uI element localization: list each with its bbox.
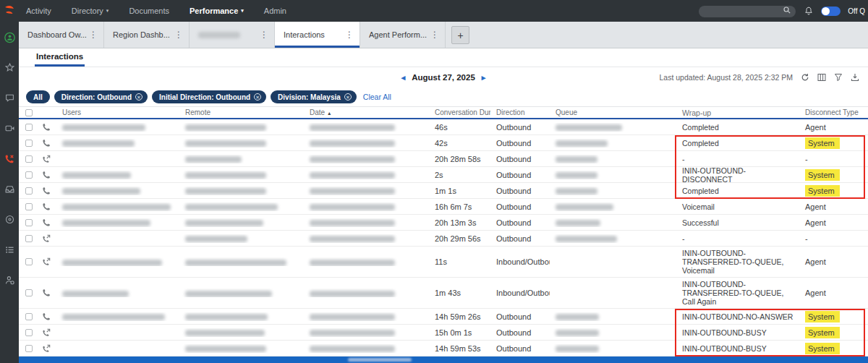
user-avatar[interactable] <box>4 32 15 43</box>
date-cell <box>304 202 429 211</box>
redacted-text <box>556 330 599 336</box>
subtab-interactions[interactable]: Interactions <box>35 52 85 67</box>
person-settings-icon[interactable] <box>4 275 15 286</box>
global-search <box>699 4 796 18</box>
row-checkbox[interactable] <box>19 219 39 226</box>
col-duration[interactable]: Conversation Dur... <box>429 108 490 116</box>
table-row[interactable]: 14h 59m 53sOutboundININ-OUTBOUND-BUSYSys… <box>19 341 868 356</box>
table-row[interactable]: 42sOutboundCompletedSystem <box>19 135 868 151</box>
remote-cell <box>179 139 304 148</box>
queue-cell <box>550 312 676 321</box>
kebab-menu-icon[interactable]: ⋮ <box>258 30 270 40</box>
video-icon[interactable] <box>4 123 15 134</box>
duration-cell: 46s <box>429 123 490 132</box>
row-checkbox[interactable] <box>19 124 39 131</box>
row-checkbox[interactable] <box>19 171 39 179</box>
row-checkbox[interactable] <box>19 155 39 163</box>
table-row[interactable]: 14h 59m 26sOutboundININ-OUTBOUND-NO-ANSW… <box>19 309 868 325</box>
tab-redacted[interactable]: ⋮ <box>190 22 275 48</box>
col-queue[interactable]: Queue <box>550 108 676 116</box>
row-checkbox[interactable] <box>19 187 39 195</box>
row-checkbox[interactable] <box>19 313 39 320</box>
duration-cell: 14h 59m 26s <box>429 312 490 321</box>
table-row[interactable]: 46sOutboundCompletedAgent <box>19 119 868 135</box>
prev-day-button[interactable]: ◂ <box>401 73 406 82</box>
table-row[interactable]: 15h 0m 1sOutboundININ-OUTBOUND-BUSYSyste… <box>19 325 868 341</box>
col-users[interactable]: Users <box>56 108 179 116</box>
duration-cell: 20h 13m 3s <box>429 218 490 227</box>
filter-chip-bar: All Direction: Outbound✕ Initial Directi… <box>19 87 868 106</box>
col-date[interactable]: Date▴ <box>304 108 429 116</box>
remove-filter-icon[interactable]: ✕ <box>254 93 261 101</box>
list-icon[interactable] <box>4 244 15 255</box>
col-remote[interactable]: Remote <box>179 108 304 116</box>
row-checkbox[interactable] <box>19 345 39 352</box>
wrapup-cell: ININ-OUTBOUND-BUSY <box>676 328 799 337</box>
table-row[interactable]: 1m 43sInbound/OutboundININ-OUTBOUND-TRAN… <box>19 278 868 309</box>
queue-status-toggle[interactable] <box>821 7 841 16</box>
filter-chip-direction[interactable]: Direction: Outbound✕ <box>54 90 148 103</box>
row-checkbox[interactable] <box>19 289 39 296</box>
clear-all-filters-link[interactable]: Clear All <box>363 93 391 101</box>
next-day-button[interactable]: ▸ <box>482 73 486 82</box>
tab-dashboard-ow[interactable]: Dashboard Ow... ⋮ <box>19 22 104 48</box>
favorites-star-icon[interactable] <box>4 62 15 73</box>
remove-filter-icon[interactable]: ✕ <box>344 93 352 101</box>
kebab-menu-icon[interactable]: ⋮ <box>429 30 441 40</box>
kebab-menu-icon[interactable]: ⋮ <box>344 30 355 40</box>
row-checkbox[interactable] <box>19 203 39 210</box>
date-cell <box>304 312 429 321</box>
menu-admin[interactable]: Admin <box>264 7 286 15</box>
add-tab-button[interactable]: + <box>451 26 469 44</box>
remote-cell <box>179 187 304 195</box>
menu-performance[interactable]: Performance▾ <box>190 7 244 15</box>
redacted-text <box>185 330 265 336</box>
table-row[interactable]: 1m 1sOutboundCompletedSystem <box>19 183 868 199</box>
col-disconnect[interactable]: Disconnect Type <box>799 108 868 116</box>
col-wrapup[interactable]: Wrap-up <box>676 108 799 117</box>
users-cell <box>56 257 179 266</box>
table-row[interactable]: 11sInbound/OutboundININ-OUTBOUND-TRANSFE… <box>19 247 868 278</box>
row-checkbox[interactable] <box>19 140 39 147</box>
bottom-scrollbar[interactable] <box>19 356 868 363</box>
current-date-label[interactable]: August 27, 2025 <box>412 73 475 82</box>
global-search-input[interactable] <box>699 6 796 17</box>
filter-funnel-icon[interactable] <box>834 73 843 82</box>
remove-filter-icon[interactable]: ✕ <box>135 93 142 101</box>
tab-agent-perform[interactable]: Agent Perform... ⋮ <box>360 22 446 48</box>
download-icon[interactable] <box>851 73 859 82</box>
direction-cell: Outbound <box>490 218 550 227</box>
calls-icon[interactable] <box>4 153 15 164</box>
kebab-menu-icon[interactable]: ⋮ <box>88 30 99 40</box>
filter-chip-division[interactable]: Division: Malaysia✕ <box>271 90 357 103</box>
menu-documents[interactable]: Documents <box>129 7 169 15</box>
redacted-text <box>185 156 242 163</box>
col-direction[interactable]: Direction <box>490 108 550 116</box>
table-row[interactable]: 20h 28m 58sOutbound-- <box>19 151 868 167</box>
outbound-call-icon <box>39 344 56 353</box>
select-all-checkbox[interactable] <box>19 109 39 116</box>
genesys-logo-icon[interactable] <box>0 4 19 18</box>
remote-cell <box>179 344 304 353</box>
menu-directory[interactable]: Directory▾ <box>72 7 109 15</box>
row-checkbox[interactable] <box>19 329 39 336</box>
inbox-tray-icon[interactable] <box>4 184 15 195</box>
filter-chip-all[interactable]: All <box>26 90 50 103</box>
table-row[interactable]: 16h 6m 7sOutboundVoicemailAgent <box>19 199 868 215</box>
filter-chip-initial-direction[interactable]: Initial Direction: Outbound✕ <box>152 90 266 103</box>
tab-interactions[interactable]: Interactions ⋮ <box>275 22 360 48</box>
kebab-menu-icon[interactable]: ⋮ <box>173 30 184 40</box>
row-checkbox[interactable] <box>19 258 39 265</box>
table-row[interactable]: 2sOutboundININ-OUTBOUND-DISCONNECTSystem <box>19 167 868 183</box>
notifications-bell-icon[interactable] <box>803 6 814 17</box>
columns-icon[interactable] <box>817 73 826 82</box>
chat-icon[interactable] <box>4 93 15 103</box>
refresh-icon[interactable] <box>801 73 809 82</box>
menu-activity[interactable]: Activity <box>26 7 51 15</box>
table-row[interactable]: 20h 13m 3sOutboundSuccessfulAgent <box>19 215 868 231</box>
tab-region-dashb[interactable]: Region Dashb... ⋮ <box>104 22 190 48</box>
table-row[interactable]: 20h 29m 56sOutbound-- <box>19 231 868 247</box>
disc-icon[interactable] <box>4 214 15 225</box>
wrapup-cell: ININ-OUTBOUND-NO-ANSWER <box>676 312 799 321</box>
row-checkbox[interactable] <box>19 235 39 242</box>
